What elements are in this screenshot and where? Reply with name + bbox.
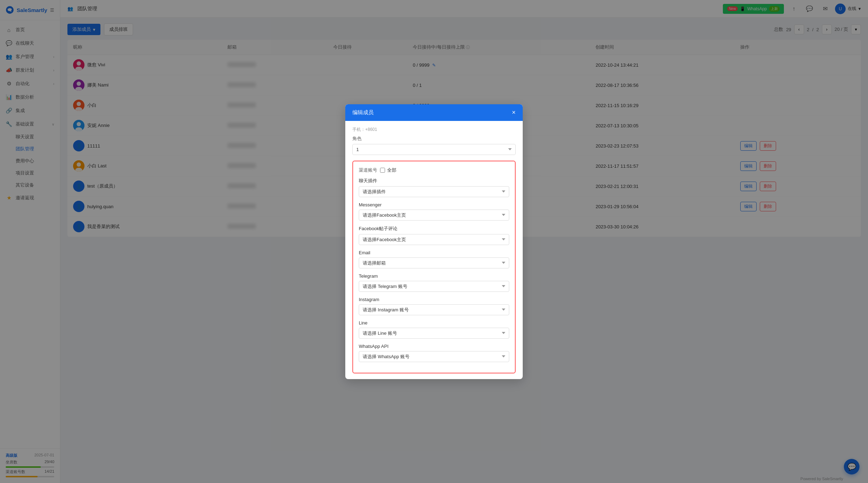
messenger-select[interactable]: 请选择Facebook主页	[359, 210, 509, 221]
channel-group-title: Instagram	[359, 297, 509, 302]
modal-body: 手机：+8601 角色 1 管理员 普通成员 渠道账号 全部	[345, 121, 523, 379]
channel-group-title: Line	[359, 320, 509, 326]
modal-close-button[interactable]: ×	[512, 109, 516, 116]
channel-section: 渠道账号 全部 聊天插件 请选择插件 Messenger 请选择Facebo	[352, 161, 516, 373]
channel-group-line: Line 请选择 Line 账号	[359, 320, 509, 339]
telegram-select[interactable]: 请选择 Telegram 账号	[359, 281, 509, 292]
channel-group-instagram: Instagram 请选择 Instagram 账号	[359, 297, 509, 315]
channel-group-messenger: Messenger 请选择Facebook主页	[359, 202, 509, 221]
line-select[interactable]: 请选择 Line 账号	[359, 328, 509, 339]
all-checkbox-label[interactable]: 全部	[380, 167, 396, 173]
channel-group-title: WhatsApp API	[359, 344, 509, 349]
channel-group-chat-plugin: 聊天插件 请选择插件	[359, 178, 509, 197]
modal-header: 编辑成员 ×	[345, 104, 523, 121]
modal-overlay[interactable]: 编辑成员 × 手机：+8601 角色 1 管理员 普通成员 渠道账号	[0, 0, 868, 483]
whatsapp-api-select[interactable]: 请选择 WhatsApp 账号	[359, 351, 509, 362]
channel-header: 渠道账号 全部	[359, 167, 509, 173]
all-label: 全部	[387, 167, 396, 173]
form-row-role: 角色 1 管理员 普通成员	[352, 135, 516, 155]
channel-group-telegram: Telegram 请选择 Telegram 账号	[359, 273, 509, 292]
channel-group-title: Telegram	[359, 273, 509, 279]
instagram-select[interactable]: 请选择 Instagram 账号	[359, 304, 509, 315]
edit-member-modal: 编辑成员 × 手机：+8601 角色 1 管理员 普通成员 渠道账号	[345, 104, 523, 379]
channel-group-facebook-post: Facebook帖子评论 请选择Facebook主页	[359, 226, 509, 245]
channel-group-whatsapp-api: WhatsApp API 请选择 WhatsApp 账号	[359, 344, 509, 362]
role-label: 角色	[352, 135, 516, 142]
channel-group-email: Email 请选择邮箱	[359, 250, 509, 268]
channel-account-label: 渠道账号	[359, 167, 377, 173]
chat-plugin-select[interactable]: 请选择插件	[359, 186, 509, 197]
all-checkbox[interactable]	[380, 168, 385, 173]
channel-group-title: 聊天插件	[359, 178, 509, 184]
form-row-partial-top: 手机：+8601	[352, 127, 516, 133]
role-select[interactable]: 1 管理员 普通成员	[352, 144, 516, 155]
channel-group-title: Facebook帖子评论	[359, 226, 509, 232]
modal-title: 编辑成员	[352, 109, 374, 116]
channel-group-title: Email	[359, 250, 509, 255]
facebook-post-select[interactable]: 请选择Facebook主页	[359, 234, 509, 245]
email-select[interactable]: 请选择邮箱	[359, 257, 509, 268]
channel-group-title: Messenger	[359, 202, 509, 207]
